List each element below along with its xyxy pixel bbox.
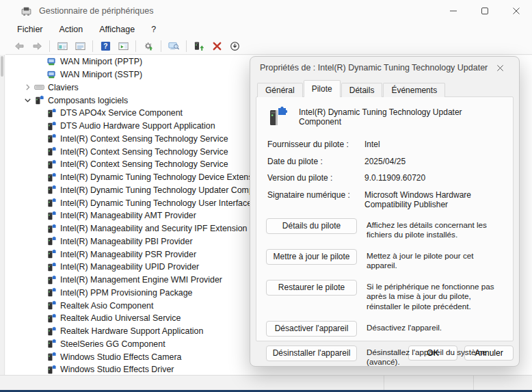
tree-item-label: Intel(R) Dynamic Tuning Technology Updat…: [60, 185, 263, 195]
mettre-à-jour-le-pilote-button[interactable]: Mettre à jour le pilote: [266, 249, 357, 265]
device-name: Intel(R) Dynamic Tuning Technology Updat…: [299, 107, 505, 127]
software-component-icon: [46, 339, 57, 350]
désactiver-lappareil-button[interactable]: Désactiver l'appareil: [266, 321, 357, 337]
network-adapter-icon: [46, 56, 57, 67]
close-button[interactable]: [501, 0, 532, 22]
menu-item-action[interactable]: Action: [52, 23, 91, 36]
tree-item-label: Intel(R) Manageability AMT Provider: [60, 211, 200, 220]
menu-item-fichier[interactable]: Fichier: [10, 23, 51, 36]
tree-item-label: Intel(R) Context Sensing Technology Serv…: [60, 159, 232, 169]
action-description: Désactivez l'appareil.: [367, 321, 505, 337]
back-button[interactable]: [12, 39, 27, 53]
software-component-icon: [46, 261, 57, 272]
tree-item-label: DTS Audio Hardware Support Application: [60, 121, 220, 131]
left-scrollbar-thumb[interactable]: [1, 56, 3, 77]
device-header: Intel(R) Dynamic Tuning Technology Updat…: [266, 105, 505, 129]
action-row: Détails du piloteAffichez les détails co…: [266, 218, 505, 240]
chevron-slot: [34, 185, 46, 196]
software-component-icon: [46, 236, 57, 247]
software-component-icon: [46, 364, 57, 375]
software-component-icon: [46, 172, 57, 183]
action-pane-button[interactable]: [116, 39, 131, 53]
tree-item-label: Intel(R) Manageability PSR Provider: [60, 250, 200, 259]
field-value: 9.0.11909.60720: [364, 173, 505, 183]
left-scrollbar[interactable]: [0, 55, 5, 375]
tree-item-label: Intel(R) Dynamic Tuning Technology User …: [60, 198, 264, 208]
maximize-icon: [481, 7, 489, 15]
toolbar-separator: [92, 40, 93, 52]
action-pane-icon: [118, 41, 129, 51]
driver-fields: Fournisseur du pilote :IntelDate du pilo…: [267, 140, 505, 210]
help-button[interactable]: ?: [98, 39, 113, 53]
chevron-slot: [34, 261, 46, 272]
network-adapter-icon: [46, 69, 57, 80]
dialog-titlebar: Propriétés de : Intel(R) Dynamic Tuning …: [250, 57, 519, 79]
chevron-slot: [34, 313, 46, 324]
maximize-button[interactable]: [469, 0, 501, 22]
software-component-icon: [46, 249, 57, 260]
tree-item-label: WAN Miniport (PPTP): [60, 57, 146, 66]
software-component-icon: [46, 146, 57, 157]
chevron-slot: [34, 56, 46, 67]
tree-item-label: Realtek Asio Component: [60, 301, 157, 311]
software-component-icon: [46, 326, 57, 337]
chevron-down-icon[interactable]: [22, 95, 34, 106]
update-driver-button[interactable]: [191, 39, 207, 53]
chevron-right-icon[interactable]: [22, 82, 34, 93]
forward-button[interactable]: [29, 39, 44, 53]
close-icon[interactable]: [490, 60, 509, 76]
chevron-slot: [34, 236, 46, 247]
minimize-button[interactable]: [438, 0, 469, 22]
svg-text:?: ?: [103, 42, 107, 50]
disable-device-button[interactable]: [227, 39, 242, 53]
show-console-tree-button[interactable]: [55, 39, 70, 53]
software-component-icon: [46, 133, 57, 144]
chevron-slot: [34, 172, 46, 183]
tree-item-label: Realtek Audio Universal Service: [60, 313, 185, 323]
tree-item-label: WAN Miniport (SSTP): [60, 70, 146, 79]
détails-du-pilote-button[interactable]: Détails du pilote: [266, 218, 357, 234]
action-row: Mettre à jour le piloteMettez à jour le …: [266, 249, 505, 271]
chevron-slot: [34, 69, 46, 80]
properties-button[interactable]: [72, 39, 88, 53]
scan-hardware-changes-button[interactable]: [141, 39, 156, 53]
dialog-title: Propriétés de : Intel(R) Dynamic Tuning …: [260, 63, 490, 73]
software-component-icon: [34, 95, 45, 106]
device-manager-icon: [21, 5, 32, 17]
chevron-slot: [34, 249, 46, 260]
action-description: Désinstallez l'appareil du système (avan…: [367, 345, 505, 367]
chevron-slot: [34, 274, 46, 285]
action-description: Affichez les détails concernant les fich…: [367, 218, 505, 240]
tree-item-label: Realtek Hardware Support Application: [60, 326, 207, 336]
tab-général[interactable]: Général: [257, 83, 303, 97]
software-component-icon: [46, 210, 57, 221]
menu-item-affichage[interactable]: Affichage: [92, 23, 142, 36]
chevron-slot: [34, 159, 46, 170]
tree-item-label: Intel(R) Context Sensing Technology Serv…: [60, 147, 232, 157]
désinstaller-lappareil-button[interactable]: Désinstaller l'appareil: [266, 345, 357, 361]
uninstall-device-button[interactable]: [209, 39, 224, 53]
field-row: Date du pilote :2025/04/25: [267, 157, 505, 167]
tree-item-label: Claviers: [48, 83, 83, 92]
window-controls: [438, 0, 532, 22]
tab-événements[interactable]: Événements: [383, 83, 445, 97]
toolbar-separator: [49, 40, 50, 52]
software-component-icon: [46, 352, 57, 363]
tree-item-label: Intel(R) Manageability UPID Provider: [60, 262, 203, 272]
toolbar-separator: [135, 40, 136, 52]
tree-item-label: Intel(R) Management Engine WMI Provider: [60, 275, 226, 285]
software-component-icon: [46, 159, 57, 170]
software-component-icon: [46, 185, 57, 196]
restaurer-le-pilote-button[interactable]: Restaurer le pilote: [266, 280, 357, 296]
menu-item-?[interactable]: ?: [144, 23, 163, 36]
software-component-icon: [46, 313, 57, 324]
update-driver-icon: [194, 41, 205, 51]
computer-search-icon: [168, 41, 180, 51]
disable-device-icon: [229, 41, 241, 51]
toolbar-separator: [186, 40, 187, 52]
tab-pilote[interactable]: Pilote: [304, 80, 341, 97]
bottom-scrollbar-area[interactable]: [0, 375, 532, 390]
computer-search-button[interactable]: [166, 39, 181, 53]
chevron-slot: [34, 120, 46, 131]
tab-détails[interactable]: Détails: [341, 83, 383, 97]
